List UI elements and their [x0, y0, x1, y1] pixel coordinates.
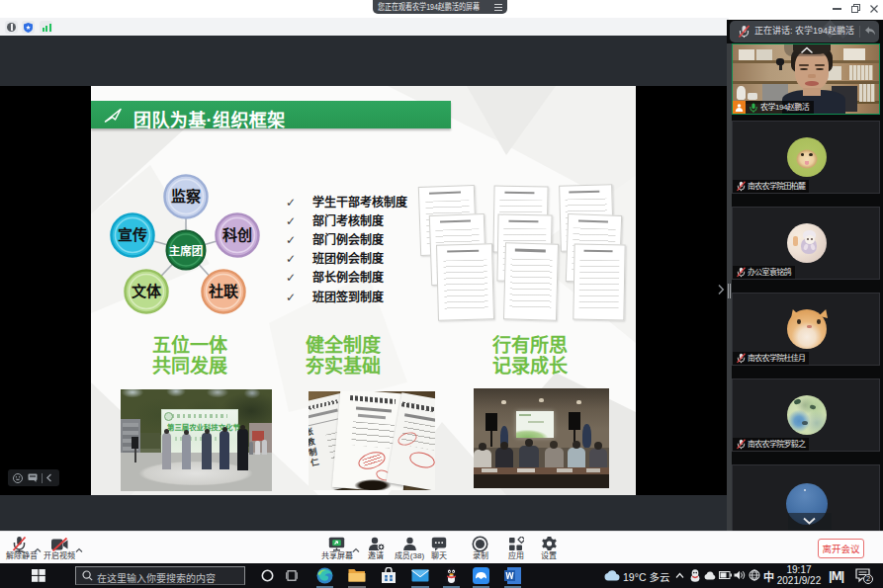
svg-text:宣传: 宣传 — [118, 226, 147, 243]
svg-text:社联: 社联 — [208, 283, 239, 299]
svg-text:主席团: 主席团 — [169, 244, 204, 257]
svg-text:监察: 监察 — [171, 188, 202, 205]
svg-text:文体: 文体 — [132, 283, 162, 299]
svg-text:科创: 科创 — [222, 226, 252, 243]
